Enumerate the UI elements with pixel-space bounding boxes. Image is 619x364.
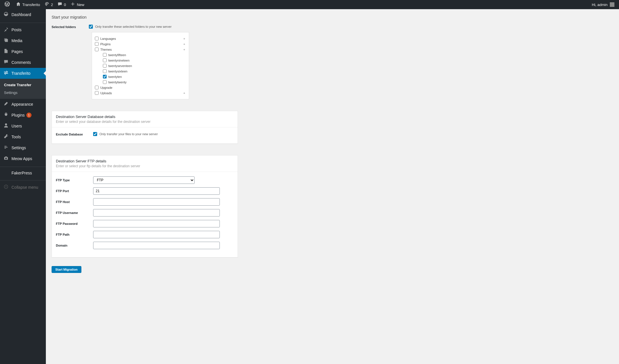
exclude-db-checkbox-label: Only transfer your files to your new ser… bbox=[99, 132, 158, 136]
site-name-link[interactable]: Transferito bbox=[14, 0, 42, 9]
sidebar-item-label: Plugins bbox=[11, 113, 25, 117]
comments-link[interactable]: 0 bbox=[55, 0, 68, 9]
ftp-host-row: FTP Host bbox=[56, 198, 234, 206]
tree-checkbox[interactable] bbox=[103, 58, 107, 62]
tree-checkbox[interactable] bbox=[95, 48, 99, 51]
ftp-username-input[interactable] bbox=[93, 209, 220, 217]
sidebar-item-fakerpress[interactable]: FakerPress bbox=[0, 168, 46, 178]
tree-label: Themes bbox=[100, 48, 112, 51]
tree-item-uploads[interactable]: Uploads + bbox=[95, 90, 186, 96]
tree-checkbox[interactable] bbox=[103, 80, 107, 84]
tree-label: Languages bbox=[100, 37, 116, 40]
tree-item-twentynineteen[interactable]: twentynineteen bbox=[103, 58, 186, 63]
ftp-port-label: FTP Port bbox=[56, 189, 93, 193]
sidebar-item-media[interactable]: Media bbox=[0, 35, 46, 46]
my-account-link[interactable]: Hi, admin bbox=[589, 0, 617, 9]
tree-checkbox[interactable] bbox=[103, 75, 107, 78]
sidebar-item-label: Users bbox=[11, 124, 22, 128]
tree-item-twentytwenty[interactable]: twentytwenty bbox=[103, 79, 186, 85]
site-name-text: Transferito bbox=[22, 3, 40, 7]
ftp-path-input[interactable] bbox=[93, 231, 220, 238]
comments-icon bbox=[3, 59, 9, 66]
tree-checkbox[interactable] bbox=[95, 42, 99, 46]
expand-icon[interactable]: + bbox=[183, 91, 186, 95]
exclude-db-checkbox[interactable] bbox=[93, 132, 97, 136]
new-label: New bbox=[77, 3, 84, 7]
avatar bbox=[610, 2, 614, 7]
tree-checkbox[interactable] bbox=[103, 69, 107, 73]
sidebar-item-plugins[interactable]: Plugins 1 bbox=[0, 110, 46, 121]
sidebar-item-label: Meow Apps bbox=[11, 156, 32, 161]
tree-item-twentyfifteen[interactable]: twentyfifteen bbox=[103, 52, 186, 58]
appearance-icon bbox=[3, 101, 9, 107]
wp-logo[interactable] bbox=[2, 0, 14, 9]
db-panel-subtitle: Enter or select your database details fo… bbox=[56, 120, 234, 124]
tree-checkbox[interactable] bbox=[103, 64, 107, 68]
db-panel: Destination Server Database details Ente… bbox=[52, 111, 238, 144]
expand-icon[interactable]: + bbox=[183, 42, 186, 46]
db-panel-header: Destination Server Database details Ente… bbox=[52, 111, 238, 127]
ftp-panel-title: Destination Server FTP details bbox=[56, 159, 234, 163]
ftp-password-label: FTP Password bbox=[56, 222, 93, 225]
tree-checkbox[interactable] bbox=[95, 91, 99, 95]
media-icon bbox=[3, 38, 9, 44]
tree-label: twentyseventeen bbox=[108, 64, 132, 68]
sidebar-item-appearance[interactable]: Appearance bbox=[0, 99, 46, 110]
sidebar-item-pages[interactable]: Pages bbox=[0, 46, 46, 57]
ftp-panel-subtitle: Enter or select your ftp details for the… bbox=[56, 164, 234, 168]
expand-icon[interactable]: + bbox=[183, 37, 186, 40]
start-migration-button[interactable]: Start Migration bbox=[52, 266, 81, 273]
exclude-db-row: Exclude Database Only transfer your file… bbox=[56, 132, 234, 136]
sidebar-item-label: Settings bbox=[11, 145, 26, 150]
exclude-db-label: Exclude Database bbox=[56, 132, 93, 136]
ftp-host-input[interactable] bbox=[93, 198, 220, 206]
ftp-panel: Destination Server FTP details Enter or … bbox=[52, 155, 238, 257]
tree-item-themes[interactable]: Themes + bbox=[95, 47, 186, 52]
pushpin-icon bbox=[3, 27, 9, 33]
tree-item-twentysixteen[interactable]: twentysixteen bbox=[103, 68, 186, 74]
ftp-port-input[interactable] bbox=[93, 187, 220, 195]
tree-item-upgrade[interactable]: Upgrade bbox=[95, 85, 186, 90]
tree-item-languages[interactable]: Languages + bbox=[95, 36, 186, 41]
plus-icon bbox=[70, 2, 75, 7]
ftp-type-label: FTP Type bbox=[56, 178, 93, 182]
tree-checkbox[interactable] bbox=[95, 86, 99, 89]
sidebar-item-dashboard[interactable]: Dashboard bbox=[0, 9, 46, 20]
admin-bar: Transferito 2 0 New Hi, admin bbox=[0, 0, 619, 9]
exclude-db-checkbox-wrap[interactable]: Only transfer your files to your new ser… bbox=[93, 132, 234, 136]
tree-item-twentyten[interactable]: twentyten bbox=[103, 74, 186, 79]
sidebar-item-label: Dashboard bbox=[11, 12, 31, 17]
tree-checkbox[interactable] bbox=[95, 37, 99, 40]
home-icon bbox=[16, 2, 21, 7]
sidebar-item-meowapps[interactable]: Meow Apps bbox=[0, 153, 46, 164]
sidebar-item-tools[interactable]: Tools bbox=[0, 131, 46, 142]
tree-item-plugins[interactable]: Plugins + bbox=[95, 41, 186, 47]
ftp-password-input[interactable] bbox=[93, 220, 220, 227]
ftp-type-select[interactable]: FTP bbox=[93, 176, 195, 184]
plugin-icon bbox=[3, 112, 9, 118]
sidebar-item-label: Media bbox=[11, 38, 22, 43]
tree-checkbox[interactable] bbox=[103, 53, 107, 57]
migrate-icon bbox=[3, 70, 9, 76]
updates-link[interactable]: 2 bbox=[42, 0, 55, 9]
sidebar-item-transferito[interactable]: Transferito bbox=[0, 68, 46, 79]
submenu-settings[interactable]: Settings bbox=[0, 89, 46, 97]
submenu-create-transfer[interactable]: Create Transfer bbox=[0, 81, 46, 89]
main-content: Start your migration Selected folders On… bbox=[46, 9, 619, 284]
collapse-menu[interactable]: Collapse menu bbox=[0, 182, 46, 193]
tree-label: twentyten bbox=[108, 75, 122, 78]
sidebar-item-settings[interactable]: Settings bbox=[0, 142, 46, 153]
sidebar-item-posts[interactable]: Posts bbox=[0, 24, 46, 35]
sidebar-item-comments[interactable]: Comments bbox=[0, 57, 46, 68]
expand-icon[interactable]: + bbox=[183, 48, 186, 51]
selected-folders-checkbox-wrap[interactable]: Only transfer these selected folders to … bbox=[89, 25, 613, 29]
tools-icon bbox=[3, 134, 9, 140]
domain-label: Domain bbox=[56, 244, 93, 247]
new-content-link[interactable]: New bbox=[68, 0, 87, 9]
sidebar-item-users[interactable]: Users bbox=[0, 121, 46, 131]
domain-input[interactable] bbox=[93, 242, 220, 249]
tree-item-twentyseventeen[interactable]: twentyseventeen bbox=[103, 63, 186, 68]
selected-folders-checkbox[interactable] bbox=[89, 25, 93, 29]
sidebar-item-label: Appearance bbox=[11, 102, 33, 107]
sidebar-item-label: Posts bbox=[11, 27, 21, 32]
